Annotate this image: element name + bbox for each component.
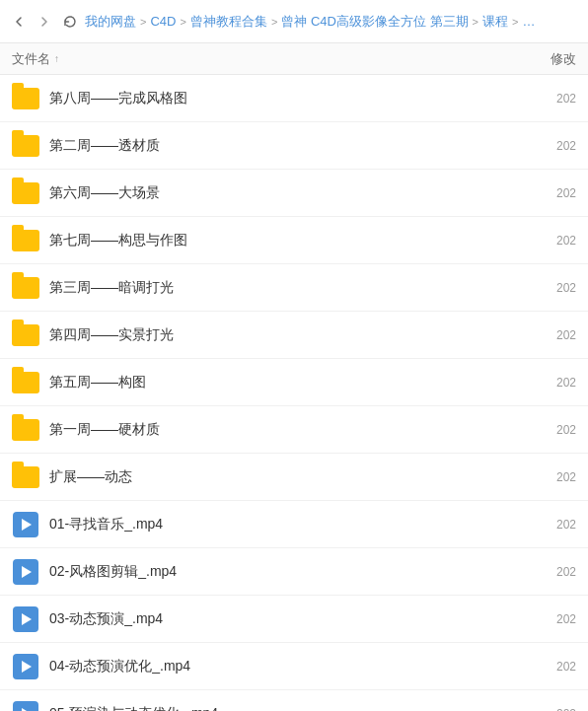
file-name: 02-风格图剪辑_.mp4	[49, 563, 527, 581]
breadcrumb-item-4[interactable]: 课程	[482, 13, 508, 31]
list-item[interactable]: 第八周——完成风格图202	[0, 75, 588, 122]
breadcrumb-item-1[interactable]: C4D	[150, 14, 176, 29]
breadcrumb-sep-3: >	[473, 16, 478, 28]
file-date: 202	[527, 518, 576, 532]
file-date: 202	[527, 139, 576, 153]
list-item[interactable]: 第五周——构图202	[0, 359, 588, 406]
file-date: 202	[527, 565, 576, 579]
folder-icon	[12, 85, 39, 112]
folder-icon	[12, 132, 39, 160]
column-name-header[interactable]: 文件名 ↑	[12, 50, 527, 68]
file-date: 202	[527, 328, 576, 342]
video-icon	[12, 558, 39, 586]
breadcrumb: 我的网盘 > C4D > 曾神教程合集 > 曾神 C4D高级影像全方位 第三期 …	[85, 13, 580, 31]
breadcrumb-sep-4: >	[512, 16, 518, 28]
breadcrumb-item-3[interactable]: 曾神 C4D高级影像全方位 第三期	[281, 13, 468, 31]
file-date: 202	[527, 707, 576, 712]
file-name: 扩展——动态	[49, 468, 527, 486]
list-item[interactable]: 02-风格图剪辑_.mp4202	[0, 548, 588, 596]
folder-icon	[12, 321, 39, 349]
folder-icon	[12, 274, 39, 302]
nav-bar: 我的网盘 > C4D > 曾神教程合集 > 曾神 C4D高级影像全方位 第三期 …	[0, 0, 588, 43]
file-name: 第八周——完成风格图	[49, 90, 527, 107]
refresh-button[interactable]	[59, 11, 81, 33]
video-icon	[12, 605, 39, 633]
column-date-label: 修改	[551, 51, 576, 66]
video-icon	[12, 511, 39, 538]
breadcrumb-item-2[interactable]: 曾神教程合集	[190, 13, 267, 31]
list-item[interactable]: 第一周——硬材质202	[0, 406, 588, 454]
file-date: 202	[527, 186, 576, 200]
video-icon	[12, 700, 39, 712]
video-icon	[12, 653, 39, 680]
list-item[interactable]: 第三周——暗调打光202	[0, 264, 588, 312]
list-item[interactable]: 01-寻找音乐_.mp4202	[0, 501, 588, 548]
file-name: 03-动态预演_.mp4	[49, 610, 527, 628]
breadcrumb-item-0[interactable]: 我的网盘	[85, 13, 136, 31]
file-date: 202	[527, 92, 576, 106]
column-name-label: 文件名	[12, 50, 50, 68]
forward-button[interactable]	[34, 11, 55, 33]
file-name: 第四周——实景打光	[49, 326, 527, 344]
list-item[interactable]: 第四周——实景打光202	[0, 312, 588, 359]
file-name: 01-寻找音乐_.mp4	[49, 516, 527, 533]
folder-icon	[12, 369, 39, 396]
file-date: 202	[527, 234, 576, 248]
file-date: 202	[527, 281, 576, 295]
folder-icon	[12, 416, 39, 444]
sort-icon: ↑	[54, 53, 59, 64]
file-name: 05-预渲染与动态优化_.mp4	[49, 705, 527, 712]
file-name: 04-动态预演优化_.mp4	[49, 658, 527, 675]
breadcrumb-item-5[interactable]: …	[522, 14, 535, 29]
list-item[interactable]: 第二周——透材质202	[0, 122, 588, 170]
list-item[interactable]: 04-动态预演优化_.mp4202	[0, 643, 588, 690]
folder-icon	[12, 463, 39, 491]
list-item[interactable]: 03-动态预演_.mp4202	[0, 596, 588, 643]
file-name: 第五周——构图	[49, 374, 527, 391]
column-date-header[interactable]: 修改	[527, 50, 576, 68]
list-item[interactable]: 05-预渲染与动态优化_.mp4202	[0, 690, 588, 711]
breadcrumb-sep-0: >	[140, 16, 146, 28]
folder-icon	[12, 227, 39, 254]
file-date: 202	[527, 612, 576, 626]
file-date: 202	[527, 470, 576, 484]
list-item[interactable]: 第七周——构思与作图202	[0, 217, 588, 264]
file-date: 202	[527, 423, 576, 437]
file-name: 第三周——暗调打光	[49, 279, 527, 297]
back-button[interactable]	[8, 11, 30, 33]
breadcrumb-sep-1: >	[180, 16, 185, 28]
file-name: 第二周——透材质	[49, 137, 527, 155]
file-list: 第八周——完成风格图202第二周——透材质202第六周——大场景202第七周——…	[0, 75, 588, 711]
breadcrumb-sep-2: >	[271, 16, 277, 28]
list-item[interactable]: 扩展——动态202	[0, 454, 588, 501]
file-date: 202	[527, 660, 576, 674]
file-name: 第六周——大场景	[49, 184, 527, 202]
folder-icon	[12, 179, 39, 207]
list-item[interactable]: 第六周——大场景202	[0, 170, 588, 217]
file-name: 第七周——构思与作图	[49, 232, 527, 249]
column-header: 文件名 ↑ 修改	[0, 43, 588, 75]
file-date: 202	[527, 376, 576, 390]
file-name: 第一周——硬材质	[49, 421, 527, 439]
